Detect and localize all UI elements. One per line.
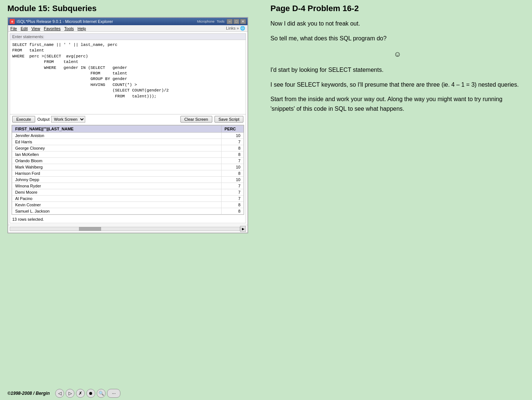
paragraph3: I'd start by looking for SELECT statemen… bbox=[270, 65, 525, 75]
scrollbar-thumb bbox=[79, 227, 101, 231]
search-button[interactable]: 🔍 bbox=[97, 389, 106, 398]
ie-icon: e bbox=[10, 19, 15, 24]
links-label: Links » bbox=[226, 26, 239, 30]
table-row: Mark Wahlberg10 bbox=[12, 164, 244, 170]
paragraph2: So tell me, what does this SQL program d… bbox=[270, 34, 525, 43]
ie-menu-items: File Edit View Favorites Tools Help bbox=[10, 26, 86, 31]
name-cell: Al Pacino bbox=[12, 196, 222, 202]
perc-cell: 7 bbox=[222, 183, 244, 189]
name-cell: Orlando Bloom bbox=[12, 158, 222, 164]
restore-button[interactable]: □ bbox=[233, 19, 239, 24]
table-row: Ed Harris7 bbox=[12, 139, 244, 145]
table-row: Kevin Costner8 bbox=[12, 202, 244, 208]
name-cell: Winona Ryder bbox=[12, 183, 222, 189]
col2-header: PERC bbox=[222, 126, 244, 133]
footer-controls: ◁ ▷ ✗ ⏺ 🔍 ··· bbox=[55, 389, 120, 398]
execute-button[interactable]: Execute bbox=[12, 116, 35, 123]
workscreen-select[interactable]: Work Screen bbox=[51, 116, 85, 123]
table-row: Harrison Ford8 bbox=[12, 170, 244, 177]
menu-tools[interactable]: Tools bbox=[64, 26, 74, 31]
output-row: Output Work Screen bbox=[37, 116, 85, 123]
perc-cell: 7 bbox=[222, 158, 244, 164]
ie-menubar: File Edit View Favorites Tools Help Link… bbox=[8, 25, 247, 32]
horizontal-scrollbar[interactable] bbox=[10, 227, 240, 231]
perc-cell: 7 bbox=[222, 189, 244, 196]
record-button[interactable]: ⏺ bbox=[86, 389, 95, 398]
perc-cell: 10 bbox=[222, 133, 244, 139]
name-cell: George Clooney bbox=[12, 145, 222, 151]
copyright-text: ©1998-2008 / Bergin bbox=[7, 391, 50, 396]
play-button[interactable]: ▷ bbox=[66, 389, 74, 398]
perc-cell: 8 bbox=[222, 202, 244, 208]
enter-statements-label: Enter statements: bbox=[10, 34, 246, 40]
ie-bottom-bar: ▶ bbox=[8, 225, 247, 233]
perc-cell: 8 bbox=[222, 170, 244, 177]
name-cell: Johnny Depp bbox=[12, 177, 222, 183]
rows-selected: 13 rows selected. bbox=[10, 216, 246, 223]
table-row: Winona Ryder7 bbox=[12, 183, 244, 189]
table-row: Samuel L. Jackson8 bbox=[12, 208, 244, 214]
table-row: Johnny Depp10 bbox=[12, 177, 244, 183]
ie-titlebar: e iSQL*Plus Release 9.0.1 - Microsoft In… bbox=[8, 18, 247, 25]
col1-header: FIRST_NAME||'"||LAST_NAME bbox=[12, 126, 222, 133]
ie-content: Enter statements: SELECT first_name || '… bbox=[10, 33, 246, 223]
name-cell: Jennifer Aniston bbox=[12, 133, 222, 139]
menu-edit[interactable]: Edit bbox=[21, 26, 28, 31]
name-cell: Samuel L. Jackson bbox=[12, 208, 222, 214]
perc-cell: 10 bbox=[222, 177, 244, 183]
menu-view[interactable]: View bbox=[31, 26, 40, 31]
perc-cell: 10 bbox=[222, 164, 244, 170]
table-row: Jennifer Aniston10 bbox=[12, 133, 244, 139]
table-row: Orlando Bloom7 bbox=[12, 158, 244, 164]
name-cell: Demi Moore bbox=[12, 189, 222, 196]
tools-label: Tools bbox=[217, 20, 225, 23]
toolbar-row: Execute Output Work Screen Clear Screen … bbox=[10, 114, 246, 124]
minimize-button[interactable]: − bbox=[227, 19, 233, 24]
name-cell: Harrison Ford bbox=[12, 170, 222, 177]
right-panel: Page D-4 Problem 16-2 Now I did ask you … bbox=[248, 4, 525, 237]
table-row: Ian McKellen8 bbox=[12, 151, 244, 158]
output-label: Output bbox=[37, 117, 50, 121]
stop-button[interactable]: ✗ bbox=[76, 389, 85, 398]
close-button[interactable]: ✕ bbox=[240, 19, 246, 24]
paragraph1: Now I did ask you to not freak out. bbox=[270, 19, 525, 29]
footer: ©1998-2008 / Bergin ◁ ▷ ✗ ⏺ 🔍 ··· bbox=[0, 387, 532, 400]
clear-screen-button[interactable]: Clear Screen bbox=[180, 116, 212, 123]
module-title: Module 15: Subqueries bbox=[7, 4, 248, 13]
microphone-label: Microphone bbox=[197, 20, 215, 23]
paragraph5: Start from the inside and work your way … bbox=[270, 94, 525, 113]
results-table: FIRST_NAME||'"||LAST_NAME PERC Jennifer … bbox=[12, 125, 244, 214]
ie-links: Links » 🌐 bbox=[226, 26, 245, 31]
table-row: George Clooney8 bbox=[12, 145, 244, 151]
menu-help[interactable]: Help bbox=[77, 26, 86, 31]
name-cell: Ed Harris bbox=[12, 139, 222, 145]
ie-titlebar-left: e iSQL*Plus Release 9.0.1 - Microsoft In… bbox=[10, 19, 113, 24]
menu-file[interactable]: File bbox=[10, 26, 17, 31]
ie-window: e iSQL*Plus Release 9.0.1 - Microsoft In… bbox=[7, 17, 248, 233]
more-button[interactable]: ··· bbox=[107, 389, 120, 398]
paragraph4: I see four SELECT keywords, so I'll pres… bbox=[270, 80, 525, 90]
smiley-icon: ☺ bbox=[270, 48, 525, 60]
table-row: Demi Moore7 bbox=[12, 189, 244, 196]
ie-window-title: iSQL*Plus Release 9.0.1 - Microsoft Inte… bbox=[17, 19, 113, 24]
perc-cell: 7 bbox=[222, 196, 244, 202]
perc-cell: 8 bbox=[222, 145, 244, 151]
name-cell: Kevin Costner bbox=[12, 202, 222, 208]
perc-cell: 7 bbox=[222, 139, 244, 145]
back-button[interactable]: ◁ bbox=[55, 389, 64, 398]
menu-favorites[interactable]: Favorites bbox=[44, 26, 60, 31]
sql-code-area[interactable]: SELECT first_name || ' ' || last_name, p… bbox=[10, 40, 246, 114]
results-area: FIRST_NAME||'"||LAST_NAME PERC Jennifer … bbox=[11, 125, 244, 215]
name-cell: Ian McKellen bbox=[12, 151, 222, 158]
scroll-right-arrow[interactable]: ▶ bbox=[240, 226, 246, 232]
page-title: Page D-4 Problem 16-2 bbox=[270, 4, 525, 13]
name-cell: Mark Wahlberg bbox=[12, 164, 222, 170]
perc-cell: 8 bbox=[222, 151, 244, 158]
perc-cell: 8 bbox=[222, 208, 244, 214]
table-row: Al Pacino7 bbox=[12, 196, 244, 202]
save-script-button[interactable]: Save Script bbox=[215, 116, 243, 123]
ie-titlebar-right: Microphone Tools − □ ✕ bbox=[197, 19, 246, 24]
